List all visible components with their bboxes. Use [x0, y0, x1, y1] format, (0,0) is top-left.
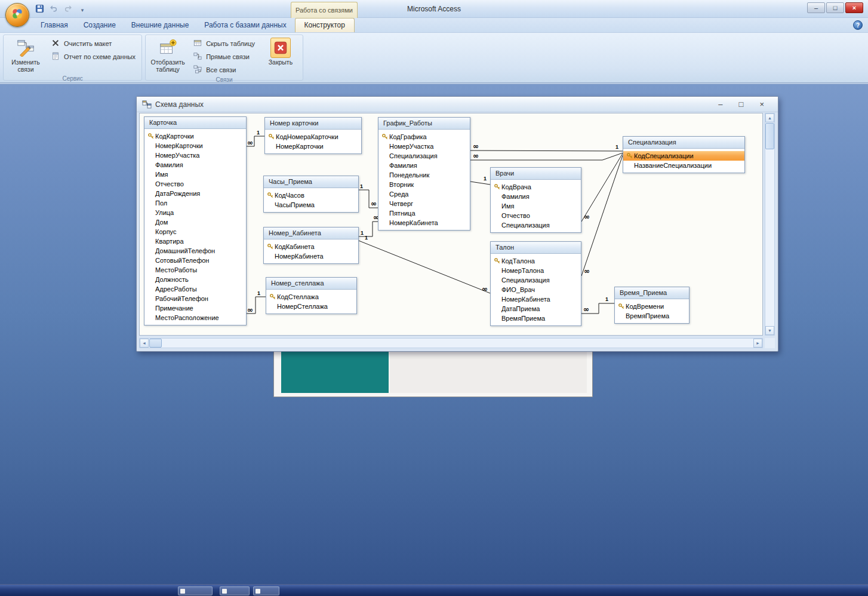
field-ДатаРождения[interactable]: ДатаРождения — [144, 189, 246, 198]
relationship-line-Специализация-График_Работы[interactable] — [470, 153, 623, 160]
scroll-left-arrow[interactable]: ◄ — [140, 339, 149, 348]
field-КодГрафика[interactable]: КодГрафика — [378, 132, 470, 142]
close-relationships-button[interactable]: Закрыть — [262, 36, 299, 67]
table-Часы_Приема[interactable]: Часы_ПриемаКодЧасовЧасыПриема — [263, 176, 359, 213]
table-Время_Приема[interactable]: Время_ПриемаКодВремениВремяПриема — [614, 287, 690, 324]
field-Имя[interactable]: Имя — [491, 201, 581, 211]
office-button[interactable] — [5, 3, 29, 27]
tab-create[interactable]: Создание — [76, 19, 123, 32]
field-Фамилия[interactable]: Фамилия — [378, 161, 470, 170]
field-Специализация[interactable]: Специализация — [378, 151, 470, 161]
relationship-line-Специализация-Врачи[interactable] — [581, 153, 623, 222]
help-button[interactable]: ? — [853, 20, 863, 30]
field-МестоРасположение[interactable]: МестоРасположение — [144, 313, 246, 322]
horizontal-scroll-thumb[interactable] — [149, 339, 162, 348]
field-АдресРаботы[interactable]: АдресРаботы — [144, 284, 246, 294]
field-НомерУчастка[interactable]: НомерУчастка — [378, 142, 470, 151]
field-Пол[interactable]: Пол — [144, 198, 246, 208]
field-Отчество[interactable]: Отчество — [144, 179, 246, 189]
table-Номер карточки[interactable]: Номер карточкиКодНомераКарточкиНомерКарт… — [264, 117, 362, 154]
vertical-scroll-thumb[interactable] — [765, 123, 774, 149]
field-КодВрача[interactable]: КодВрача — [491, 182, 581, 192]
child-minimize-button[interactable]: – — [718, 100, 722, 108]
table-title[interactable]: График_Работы — [378, 118, 470, 130]
table-title[interactable]: Номер_Кабинета — [264, 228, 358, 239]
field-НомерСтеллажа[interactable]: НомерСтеллажа — [266, 302, 356, 311]
field-КодКабинета[interactable]: КодКабинета — [264, 242, 358, 251]
field-Отчество[interactable]: Отчество — [491, 211, 581, 220]
field-КодТалона[interactable]: КодТалона — [491, 256, 581, 266]
field-РабочийТелефон[interactable]: РабочийТелефон — [144, 294, 246, 303]
field-КодСпециализации[interactable]: КодСпециализации — [623, 151, 744, 161]
field-Улица[interactable]: Улица — [144, 208, 246, 217]
field-Понедельник[interactable]: Понедельник — [378, 170, 470, 180]
horizontal-scrollbar[interactable]: ◄ ► — [139, 338, 763, 348]
scroll-down-arrow[interactable]: ▼ — [765, 326, 774, 335]
field-Корпус[interactable]: Корпус — [144, 227, 246, 236]
edit-relationships-button[interactable]: Изменитьсвязи — [7, 36, 44, 74]
field-КодКарточки[interactable]: КодКарточки — [144, 131, 246, 141]
field-НомерКарточки[interactable]: НомерКарточки — [144, 141, 246, 150]
table-График_Работы[interactable]: График_РаботыКодГрафикаНомерУчасткаСпеци… — [378, 117, 470, 231]
field-ЧасыПриема[interactable]: ЧасыПриема — [264, 200, 358, 210]
scroll-right-arrow[interactable]: ► — [753, 339, 762, 348]
field-Пятница[interactable]: Пятница — [378, 208, 470, 218]
field-ФИО_Врач[interactable]: ФИО_Врач — [491, 285, 581, 294]
field-НомерТалона[interactable]: НомерТалона — [491, 266, 581, 275]
table-title[interactable]: Номер_стеллажа — [266, 278, 356, 290]
table-Специализация[interactable]: СпециализацияКодСпециализацииНазваниеСпе… — [623, 136, 745, 173]
maximize-button[interactable]: □ — [826, 2, 844, 13]
table-title[interactable]: Время_Приема — [615, 287, 689, 299]
field-НомерУчастка[interactable]: НомерУчастка — [144, 150, 246, 160]
relationships-canvas[interactable]: 1∞1∞1∞1∞1∞∞1∞1∞∞∞1 КарточкаКодКарточкиНо… — [139, 113, 763, 336]
relationships-window-titlebar[interactable]: Схема данных – □ × — [137, 97, 778, 112]
field-Дом[interactable]: Дом — [144, 217, 246, 227]
child-maximize-button[interactable]: □ — [739, 100, 744, 108]
taskbar-item[interactable] — [178, 586, 213, 595]
relationship-line-Специализация-График_Работы[interactable] — [470, 150, 623, 151]
field-Специализация[interactable]: Специализация — [491, 275, 581, 285]
scroll-up-arrow[interactable]: ▲ — [765, 113, 774, 122]
field-НомерКарточки[interactable]: НомерКарточки — [265, 142, 361, 151]
field-КодНомераКарточки[interactable]: КодНомераКарточки — [265, 132, 361, 142]
field-Вторник[interactable]: Вторник — [378, 180, 470, 189]
field-НазваниеСпециализации[interactable]: НазваниеСпециализации — [623, 161, 744, 170]
field-СотовыйТелефон[interactable]: СотовыйТелефон — [144, 256, 246, 265]
show-table-button[interactable]: Отобразитьтаблицу — [149, 36, 186, 74]
field-НомерКабинета[interactable]: НомерКабинета — [378, 218, 470, 228]
field-Фамилия[interactable]: Фамилия — [491, 192, 581, 201]
table-Талон[interactable]: ТалонКодТалонаНомерТалонаСпециализацияФИ… — [490, 241, 581, 326]
table-Номер_Кабинета[interactable]: Номер_КабинетаКодКабинетаНомерКабинета — [263, 227, 359, 264]
field-Примечание[interactable]: Примечание — [144, 303, 246, 313]
relationship-line-Номер_Кабинета-Талон[interactable] — [359, 241, 490, 293]
relationship-report-button[interactable]: Отчет по схеме данных — [49, 51, 138, 62]
table-Врачи[interactable]: ВрачиКодВрачаФамилияИмяОтчествоСпециализ… — [490, 167, 581, 233]
table-title[interactable]: Врачи — [491, 168, 581, 180]
field-МестоРаботы[interactable]: МестоРаботы — [144, 265, 246, 275]
minimize-button[interactable]: – — [807, 2, 825, 13]
field-ДомашнийТелефон[interactable]: ДомашнийТелефон — [144, 246, 246, 256]
field-КодЧасов[interactable]: КодЧасов — [264, 191, 358, 200]
table-Карточка[interactable]: КарточкаКодКарточкиНомерКарточкиНомерУча… — [144, 116, 247, 325]
vertical-scrollbar[interactable]: ▲ ▼ — [765, 113, 775, 336]
field-НомерКабинета[interactable]: НомерКабинета — [491, 294, 581, 304]
relationship-line-Врачи-График_Работы[interactable] — [470, 182, 490, 185]
child-close-button[interactable]: × — [759, 100, 764, 108]
table-title[interactable]: Номер карточки — [265, 118, 361, 130]
field-НомерКабинета[interactable]: НомерКабинета — [264, 251, 358, 261]
field-Среда[interactable]: Среда — [378, 189, 470, 199]
clear-layout-button[interactable]: Очистить макет — [49, 38, 138, 49]
direct-relationships-button[interactable]: Прямые связи — [191, 51, 257, 62]
field-ВремяПриема[interactable]: ВремяПриема — [491, 314, 581, 323]
field-КодВремени[interactable]: КодВремени — [615, 302, 689, 311]
table-title[interactable]: Часы_Приема — [264, 176, 358, 188]
taskbar-item[interactable] — [253, 586, 279, 595]
table-title[interactable]: Специализация — [623, 137, 744, 149]
field-Должность[interactable]: Должность — [144, 275, 246, 284]
table-title[interactable]: Талон — [491, 242, 581, 254]
field-Четверг[interactable]: Четверг — [378, 199, 470, 208]
field-КодСтеллажа[interactable]: КодСтеллажа — [266, 292, 356, 302]
field-Имя[interactable]: Имя — [144, 170, 246, 179]
table-Номер_стеллажа[interactable]: Номер_стеллажаКодСтеллажаНомерСтеллажа — [266, 277, 357, 314]
field-ДатаПриема[interactable]: ДатаПриема — [491, 304, 581, 314]
